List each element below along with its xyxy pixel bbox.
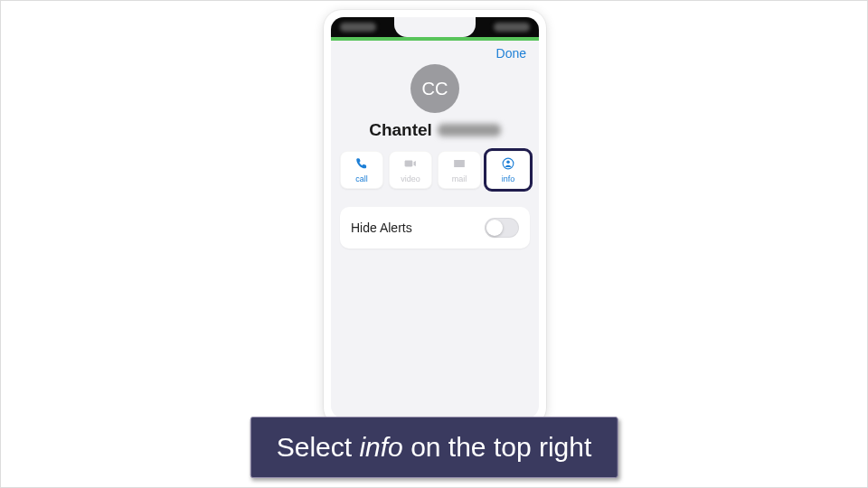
mail-label: mail (452, 174, 467, 183)
contact-last-name-redacted (438, 124, 501, 136)
mail-icon (452, 157, 467, 174)
toggle-knob (486, 220, 503, 236)
stage: Done CC Chantel call (1, 1, 868, 488)
mail-button: mail (438, 151, 481, 189)
call-button[interactable]: call (340, 151, 383, 189)
caption-post: on the top right (403, 432, 591, 462)
call-label: call (355, 174, 368, 183)
svg-point-1 (506, 160, 510, 164)
phone-device-frame: Done CC Chantel call (324, 10, 546, 426)
contact-first-name: Chantel (369, 120, 432, 140)
avatar: CC (410, 64, 459, 113)
hide-alerts-row: Hide Alerts (340, 207, 530, 249)
caption-emphasis: info (359, 432, 402, 462)
instruction-caption: Select info on the top right (250, 417, 618, 478)
video-button: video (389, 151, 432, 189)
info-label: info (502, 174, 515, 183)
video-icon (403, 157, 418, 174)
phone-icon (354, 157, 369, 174)
done-button[interactable]: Done (496, 46, 526, 61)
caption-pre: Select (277, 432, 360, 462)
device-notch (394, 17, 476, 37)
person-circle-icon (501, 157, 515, 174)
hide-alerts-toggle[interactable] (485, 218, 519, 238)
contact-header: CC Chantel (331, 64, 539, 140)
contact-action-row: call video mail (340, 151, 530, 189)
status-right-blur (494, 23, 530, 32)
hide-alerts-label: Hide Alerts (351, 221, 412, 235)
status-left-blur (340, 23, 376, 32)
call-activity-bar (331, 37, 539, 41)
info-button[interactable]: info (486, 151, 530, 189)
video-label: video (401, 174, 420, 183)
contact-name: Chantel (369, 120, 501, 140)
phone-screen: Done CC Chantel call (331, 17, 539, 418)
